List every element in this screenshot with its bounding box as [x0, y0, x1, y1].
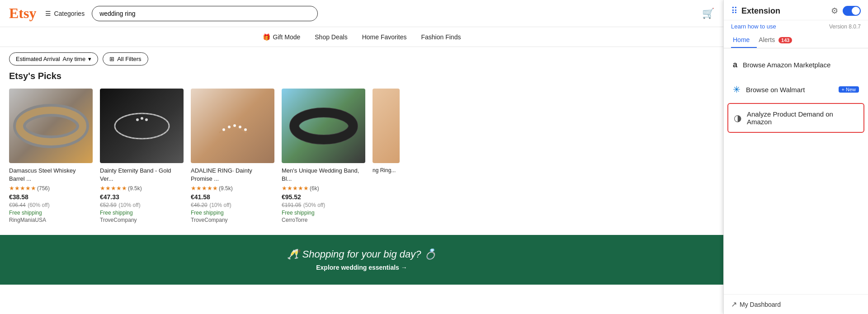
extension-learn-row: Learn how to use Version 8.0.7	[724, 20, 868, 33]
product-image[interactable]	[9, 89, 93, 163]
product-rating: ★★★★★ (9.5k)	[191, 185, 274, 192]
filter-bar: Estimated Arrival Any time ▾ ⊞ All Filte…	[0, 47, 723, 71]
product-shipping: Free shipping	[191, 210, 274, 216]
product-price: €41.58	[191, 193, 274, 201]
sub-nav: 🎁 Gift Mode Shop Deals Home Favorites Fa…	[0, 27, 723, 47]
product-rating: ★★★★★ (756)	[9, 185, 93, 192]
search-input[interactable]	[99, 10, 310, 17]
sub-nav-home-favorites[interactable]: Home Favorites	[362, 33, 407, 41]
svg-point-10	[239, 126, 241, 128]
product-rating: ★★★★★ (9.5k)	[100, 185, 184, 192]
product-shipping: Free shipping	[100, 210, 184, 216]
extension-menu: a Browse Amazon Marketplace ✳ Browse on …	[724, 48, 868, 285]
product-name: Dainty Eternity Band - Gold Ver...	[100, 167, 184, 183]
product-shipping: Free shipping	[9, 210, 93, 216]
categories-button[interactable]: ☰ Categories	[45, 10, 85, 17]
alerts-badge: 143	[778, 37, 792, 43]
product-name: Men's Unique Wedding Band, Bl...	[282, 167, 365, 183]
product-image[interactable]	[191, 89, 274, 163]
product-original-price: €52.59 (10% off)	[100, 201, 184, 209]
chart-pie-icon: ◑	[734, 112, 741, 123]
list-item: ADALINE RING· Dainty Promise ... ★★★★★ (…	[191, 89, 274, 223]
svg-point-6	[145, 118, 148, 121]
svg-point-4	[136, 118, 139, 121]
extension-header: ⠿ Extension ⚙	[724, 0, 868, 20]
filter-icon: ⊞	[109, 56, 114, 62]
etsy-logo[interactable]: Etsy	[9, 5, 36, 22]
product-seller: TroveCompany	[191, 217, 274, 223]
analyze-demand-label: Analyze Product Demand on Amazon	[747, 110, 858, 126]
extension-title-row: ⠿ Extension	[731, 5, 780, 16]
product-price: €95.52	[282, 193, 365, 201]
product-image[interactable]	[282, 89, 365, 163]
browse-walmart-item[interactable]: ✳ Browse on Walmart + New	[727, 78, 864, 101]
svg-point-9	[233, 124, 236, 127]
sub-nav-gift-mode[interactable]: 🎁 Gift Mode	[263, 33, 301, 41]
product-seller: RingManiaUSA	[9, 217, 93, 223]
product-shipping: Free shipping	[282, 210, 365, 216]
product-original-price: €46.20 (10% off)	[191, 201, 274, 209]
products-section: Etsy's Picks Damascus Steel Whiskey Barr…	[0, 71, 723, 230]
product-name: Damascus Steel Whiskey Barrel ...	[9, 167, 93, 183]
list-item: Men's Unique Wedding Band, Bl... ★★★★★ (…	[282, 89, 365, 223]
svg-point-8	[228, 126, 231, 128]
browse-amazon-label: Browse Amazon Marketplace	[743, 61, 830, 69]
extension-panel: ⠿ Extension ⚙ Learn how to use Version 8…	[723, 0, 868, 285]
product-image[interactable]	[100, 89, 184, 163]
product-price: €38.58	[9, 193, 93, 201]
wedding-banner: 🥂 Shopping for your big day? 💍 Explore w…	[0, 235, 723, 285]
svg-point-13	[294, 112, 353, 140]
list-item: Damascus Steel Whiskey Barrel ... ★★★★★ …	[9, 89, 93, 223]
banner-title: 🥂 Shopping for your big day? 💍	[9, 248, 714, 260]
product-image[interactable]	[373, 89, 400, 163]
header: Etsy ☰ Categories 🛒	[0, 0, 723, 27]
product-rating: ★★★★★ (6k)	[282, 185, 365, 192]
product-seller: TroveCompany	[100, 217, 184, 223]
estimated-arrival-filter[interactable]: Estimated Arrival Any time ▾	[9, 52, 98, 66]
extension-grid-icon: ⠿	[731, 5, 738, 16]
sub-nav-shop-deals[interactable]: Shop Deals	[315, 33, 347, 41]
gear-icon[interactable]: ⚙	[831, 6, 838, 16]
all-filters-button[interactable]: ⊞ All Filters	[103, 52, 148, 66]
tab-home[interactable]: Home	[731, 33, 757, 48]
svg-point-7	[222, 128, 225, 131]
browse-walmart-label: Browse on Walmart	[746, 86, 805, 94]
product-seller: CerroTorre	[282, 217, 365, 223]
new-badge: + New	[839, 86, 859, 93]
svg-point-11	[244, 128, 247, 131]
tab-alerts[interactable]: Alerts 143	[757, 33, 799, 48]
chevron-down-icon: ▾	[88, 56, 91, 62]
product-original-price: €96.44 (60% off)	[9, 201, 93, 209]
cart-icon[interactable]: 🛒	[702, 8, 714, 19]
product-name: ADALINE RING· Dainty Promise ...	[191, 167, 274, 183]
list-item: Dainty Eternity Band - Gold Ver... ★★★★★…	[100, 89, 184, 223]
browse-amazon-item[interactable]: a Browse Amazon Marketplace	[727, 54, 864, 76]
product-original-price: €191.05 (50% off)	[282, 201, 365, 209]
sub-nav-fashion-finds[interactable]: Fashion Finds	[421, 33, 461, 41]
banner-link[interactable]: Explore wedding essentials →	[9, 264, 714, 271]
product-price: €47.33	[100, 193, 184, 201]
version-label: Version 8.0.7	[829, 23, 861, 30]
toggle-knob	[852, 7, 860, 15]
analyze-demand-item[interactable]: ◑ Analyze Product Demand on Amazon	[727, 103, 864, 133]
section-title: Etsy's Picks	[9, 71, 714, 81]
amazon-icon: a	[733, 60, 737, 70]
svg-point-5	[141, 117, 143, 120]
list-item: ng Ring...	[373, 89, 400, 223]
gift-icon: 🎁	[263, 33, 270, 41]
walmart-icon: ✳	[733, 84, 741, 95]
products-grid: Damascus Steel Whiskey Barrel ... ★★★★★ …	[9, 89, 714, 223]
extension-tabs: Home Alerts 143	[724, 33, 868, 48]
product-name: ng Ring...	[373, 167, 400, 174]
search-bar	[92, 6, 318, 21]
hamburger-icon: ☰	[45, 10, 51, 17]
extension-toggle[interactable]	[843, 6, 861, 16]
learn-how-link[interactable]: Learn how to use	[731, 23, 776, 30]
extension-header-right: ⚙	[831, 6, 861, 16]
extension-title: Extension	[741, 6, 780, 16]
